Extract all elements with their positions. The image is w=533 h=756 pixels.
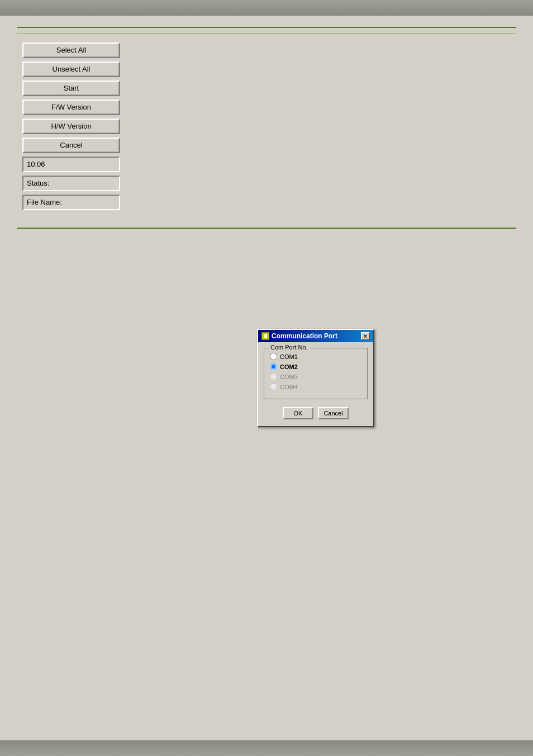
fieldset-legend: Com Port No.	[269, 344, 310, 351]
cancel-button[interactable]: Cancel	[22, 138, 120, 153]
fw-version-button[interactable]: F/W Version	[22, 100, 120, 115]
dialog-buttons: OK Cancel	[264, 405, 368, 420]
communication-port-dialog: 🖥 Communication Port × Com Port No. COM1…	[257, 329, 374, 427]
dialog-close-button[interactable]: ×	[361, 332, 370, 340]
radio-label-com1: COM1	[280, 353, 298, 360]
radio-label-com2: COM2	[280, 363, 298, 370]
unselect-all-button[interactable]: Unselect All	[22, 62, 120, 77]
panel-inner: Select All Unselect All Start F/W Versio…	[17, 34, 516, 222]
radio-row-com4: COM4	[270, 383, 361, 390]
radio-label-com4: COM4	[280, 384, 298, 390]
dialog-titlebar-left: 🖥 Communication Port	[261, 332, 337, 340]
dialog-cancel-button[interactable]: Cancel	[318, 407, 349, 419]
radio-com2[interactable]	[270, 363, 277, 370]
dialog-titlebar: 🖥 Communication Port ×	[258, 330, 373, 342]
com-port-fieldset: Com Port No. COM1 COM2 COM3	[264, 348, 368, 399]
select-all-button[interactable]: Select All	[22, 42, 120, 58]
radio-label-com3: COM3	[280, 374, 298, 380]
radio-row-com2: COM2	[270, 363, 361, 370]
dialog-title-text: Communication Port	[272, 332, 337, 340]
radio-com1[interactable]	[270, 353, 277, 360]
start-button[interactable]: Start	[22, 81, 120, 96]
status-field: Status:	[22, 176, 120, 191]
bottom-bar	[0, 740, 533, 756]
dialog-ok-button[interactable]: OK	[283, 407, 313, 419]
dialog-body: Com Port No. COM1 COM2 COM3	[258, 342, 373, 426]
main-panel: Select All Unselect All Start F/W Versio…	[17, 27, 516, 229]
radio-com4[interactable]	[270, 383, 277, 390]
radio-com3[interactable]	[270, 373, 277, 380]
filename-field: File Name:	[22, 195, 120, 210]
dialog-title-icon: 🖥	[261, 332, 269, 340]
radio-row-com1: COM1	[270, 353, 361, 360]
top-bar	[0, 0, 533, 16]
hw-version-button[interactable]: H/W Version	[22, 119, 120, 134]
time-field: 10:06	[22, 157, 120, 172]
main-content: Select All Unselect All Start F/W Versio…	[0, 16, 533, 740]
radio-row-com3: COM3	[270, 373, 361, 380]
